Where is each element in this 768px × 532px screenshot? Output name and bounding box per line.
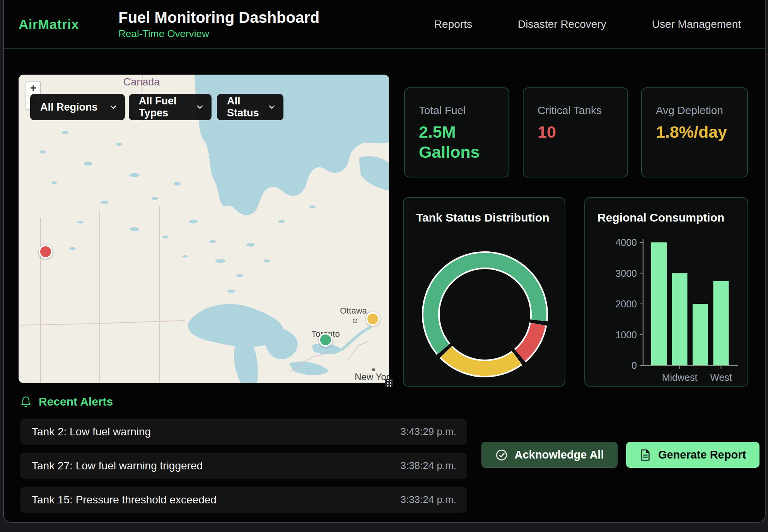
alert-row[interactable]: Tank 15: Pressure threshold exceeded3:33… (20, 487, 467, 513)
status-filter-select[interactable]: All Status (217, 94, 283, 120)
map-marker-critical[interactable] (39, 245, 53, 259)
svg-text:3000: 3000 (615, 268, 637, 279)
stat-value-critical-tanks: 10 (538, 122, 617, 142)
fuel-type-filter-value: All Fuel Types (139, 95, 190, 119)
acknowledge-all-label: Acknowledge All (515, 448, 604, 461)
title-block: Fuel Monitoring Dashboard Real-Time Over… (118, 9, 319, 40)
bar-3 (713, 281, 729, 365)
map-markers (19, 75, 389, 383)
svg-text:4000: 4000 (615, 237, 637, 248)
brand-logo: AirMatrix (19, 17, 79, 32)
stat-value-total-fuel: 2.5M Gallons (419, 122, 498, 162)
stat-label: Avg Depletion (656, 104, 747, 117)
map-filters: All Regions All Fuel Types All Status (30, 94, 283, 120)
tank-status-card: Tank Status Distribution (403, 197, 565, 387)
alert-text: Tank 2: Low fuel warning (32, 426, 151, 438)
alert-text: Tank 15: Pressure threshold exceeded (32, 494, 217, 506)
nav-disaster-recovery[interactable]: Disaster Recovery (518, 18, 606, 31)
alert-time: 3:33:24 p.m. (400, 494, 456, 506)
alert-row[interactable]: Tank 27: Low fuel warning triggered3:38:… (20, 453, 467, 479)
map-marker-normal[interactable] (319, 333, 333, 347)
check-circle-icon (495, 449, 508, 461)
alert-time: 3:38:24 p.m. (400, 460, 456, 472)
header: AirMatrix Fuel Monitoring Dashboard Real… (4, 0, 765, 49)
stat-label: Total Fuel (419, 104, 509, 117)
svg-text:West: West (710, 372, 732, 383)
alerts-title: Recent Alerts (39, 395, 113, 408)
tank-status-title: Tank Status Distribution (416, 211, 549, 224)
stat-card-avg-depletion: Avg Depletion 1.8%/day (641, 87, 748, 177)
region-filter-select[interactable]: All Regions (30, 94, 125, 120)
regional-consumption-card: Regional Consumption 01000200030004000Mi… (584, 197, 748, 387)
dashboard-app: AirMatrix Fuel Monitoring Dashboard Real… (3, 0, 766, 523)
bar-1 (672, 273, 688, 366)
regional-consumption-bar-chart: 01000200030004000MidwestWest (585, 198, 749, 387)
main-nav: Reports Disaster Recovery User Managemen… (434, 18, 765, 31)
alert-text: Tank 27: Low fuel warning triggered (32, 460, 203, 472)
regional-consumption-title: Regional Consumption (597, 211, 724, 224)
chevron-down-icon (269, 105, 275, 109)
tank-status-donut-chart (404, 198, 566, 387)
report-document-icon (640, 449, 651, 461)
status-filter-value: All Status (227, 95, 262, 119)
svg-text:1000: 1000 (615, 329, 637, 340)
map-marker-warning[interactable] (366, 312, 380, 326)
nav-user-management[interactable]: User Management (652, 18, 741, 31)
fuel-type-filter-select[interactable]: All Fuel Types (129, 94, 212, 120)
region-filter-value: All Regions (40, 101, 98, 113)
chevron-down-icon (110, 105, 116, 109)
nav-reports[interactable]: Reports (434, 18, 472, 31)
stat-value-avg-depletion: 1.8%/day (656, 122, 735, 142)
alerts-header: Recent Alerts (20, 395, 113, 408)
alert-time: 3:43:29 p.m. (400, 426, 456, 438)
page-title: Fuel Monitoring Dashboard (118, 9, 319, 26)
alerts-list: Tank 2: Low fuel warning3:43:29 p.m.Tank… (20, 419, 467, 521)
generate-report-button[interactable]: Generate Report (626, 442, 759, 468)
fuel-map[interactable]: Canada Ottawa Toronto New York + − All R… (19, 75, 389, 383)
bar-0 (651, 242, 667, 365)
svg-text:2000: 2000 (615, 298, 637, 309)
stat-card-total-fuel: Total Fuel 2.5M Gallons (404, 87, 509, 177)
svg-text:Midwest: Midwest (662, 372, 698, 383)
generate-report-label: Generate Report (658, 448, 746, 461)
alert-row[interactable]: Tank 2: Low fuel warning3:43:29 p.m. (20, 419, 467, 445)
chevron-down-icon (197, 105, 203, 109)
acknowledge-all-button[interactable]: Acknowledge All (481, 442, 618, 468)
donut-segment-normal (431, 260, 539, 349)
resize-grip-icon[interactable] (385, 379, 393, 387)
stat-label: Critical Tanks (538, 104, 627, 117)
page-subtitle: Real-Time Overview (118, 28, 319, 40)
stat-card-critical-tanks: Critical Tanks 10 (523, 87, 628, 177)
svg-text:0: 0 (631, 360, 637, 371)
bell-icon (20, 396, 32, 408)
bar-2 (693, 304, 708, 365)
